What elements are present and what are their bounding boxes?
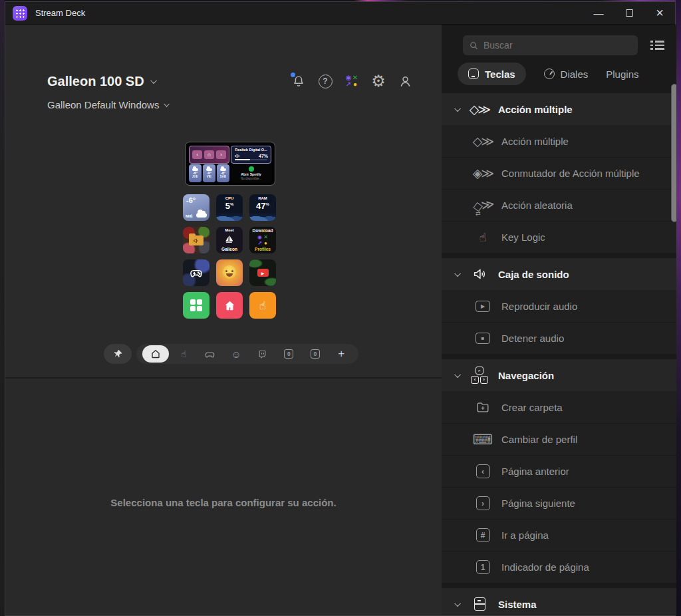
scrollbar-thumb[interactable] bbox=[671, 84, 676, 222]
chevron-down-icon bbox=[454, 371, 461, 378]
page-tab-games[interactable] bbox=[199, 345, 221, 363]
titlebar: Stream Deck — × bbox=[5, 2, 675, 25]
preview-nav-panel[interactable]: ‹ ⌂ › bbox=[189, 146, 229, 164]
page-tab-home[interactable] bbox=[142, 345, 169, 363]
emoji-face-icon bbox=[223, 265, 236, 279]
preview-spotify-panel[interactable]: Abrir Spotify No disponible... bbox=[231, 164, 271, 182]
page-tab-twitch[interactable] bbox=[251, 345, 274, 363]
key-home[interactable] bbox=[216, 292, 243, 319]
action-key-logic[interactable]: Key Logic bbox=[442, 221, 676, 253]
page-indicator-icon: 1 bbox=[473, 560, 493, 574]
action-indicador-pagina[interactable]: 1 Indicador de página bbox=[442, 551, 676, 583]
device-screen-preview[interactable]: ‹ ⌂ › Realtek Digital O... 47% -6°JUE -8… bbox=[185, 142, 275, 186]
chevron-down-icon bbox=[164, 101, 170, 106]
action-pagina-anterior[interactable]: ‹ Página anterior bbox=[442, 455, 676, 487]
key-games[interactable] bbox=[183, 259, 209, 286]
header-actions bbox=[290, 73, 414, 90]
preview-next-button[interactable]: › bbox=[216, 150, 226, 159]
action-detener-audio[interactable]: ■ Detener audio bbox=[442, 322, 676, 354]
youtube-play-icon: ▶ bbox=[257, 269, 269, 277]
marketplace-icon[interactable] bbox=[343, 73, 360, 90]
page-tab-0[interactable]: 0 bbox=[277, 345, 300, 363]
multi-action-switch-icon bbox=[473, 166, 493, 181]
preview-weather-panel[interactable]: -6°JUE -8°VIE -8°SÁB bbox=[189, 164, 229, 182]
section-header-sistema[interactable]: Sistema bbox=[442, 588, 676, 615]
search-box[interactable] bbox=[463, 35, 638, 55]
empty-state-message: Selecciona una tecla para configurar su … bbox=[5, 497, 442, 508]
section-header-navegacion[interactable]: Navegación bbox=[442, 359, 676, 391]
action-conmutador[interactable]: Conmutador de Acción múltiple bbox=[442, 157, 676, 189]
key-apps[interactable] bbox=[183, 292, 209, 319]
action-cambiar-perfil[interactable]: Cambiar de perfil bbox=[442, 423, 676, 455]
page-tab-0b[interactable]: 0 bbox=[304, 345, 327, 363]
game-controller-icon bbox=[189, 265, 204, 280]
volume-percent: 47% bbox=[259, 154, 268, 158]
maximize-button[interactable] bbox=[614, 2, 644, 25]
section-caja-de-sonido: Caja de sonido ▶ Reproducir audio ■ Dete… bbox=[442, 258, 676, 354]
pin-icon bbox=[113, 349, 123, 359]
actions-panel: Teclas Diales Plugins Acción múltiple bbox=[442, 25, 676, 615]
action-pagina-siguiente[interactable]: › Página siguiente bbox=[442, 487, 676, 519]
preview-volume-panel[interactable]: Realtek Digital O... 47% bbox=[231, 146, 271, 164]
notification-dot bbox=[291, 73, 295, 77]
switch-profile-icon bbox=[473, 432, 493, 448]
window-controls: — × bbox=[583, 2, 675, 25]
key-sound-folder[interactable] bbox=[183, 227, 209, 253]
section-header-accion-multiple[interactable]: Acción múltiple bbox=[442, 93, 676, 125]
weather-temp: -6° bbox=[186, 196, 196, 204]
stop-audio-icon: ■ bbox=[473, 333, 493, 344]
section-sistema: Sistema bbox=[442, 588, 676, 615]
tab-teclas[interactable]: Teclas bbox=[458, 63, 526, 85]
section-navegacion: Navegación Crear carpeta Cambiar de perf… bbox=[442, 359, 676, 583]
key-youtube[interactable]: ▶ bbox=[249, 259, 276, 286]
apps-grid-icon bbox=[190, 299, 203, 312]
page-bar: 0 0 + bbox=[136, 344, 358, 364]
ram-graph bbox=[249, 212, 276, 221]
key-download-profiles[interactable]: Download Profiles bbox=[249, 227, 276, 253]
key-weather[interactable]: -6° MIÉ bbox=[183, 194, 209, 221]
twitch-icon bbox=[257, 349, 267, 359]
page-tab-emoji[interactable] bbox=[225, 345, 247, 363]
action-crear-carpeta[interactable]: Crear carpeta bbox=[442, 391, 676, 423]
key-cpu[interactable]: CPU 5% bbox=[216, 194, 243, 221]
preview-prev-button[interactable]: ‹ bbox=[192, 150, 202, 159]
action-aleatoria[interactable]: Acción aleatoria bbox=[442, 189, 676, 221]
key-emoji[interactable] bbox=[216, 259, 243, 286]
multi-action-icon bbox=[470, 102, 489, 117]
key-meet-galleon[interactable]: Meet Galleon bbox=[216, 227, 243, 253]
page-tab-touch[interactable] bbox=[172, 345, 195, 363]
pin-button[interactable] bbox=[104, 344, 132, 364]
spotify-status: No disponible... bbox=[241, 177, 261, 180]
key-ram[interactable]: RAM 47% bbox=[249, 194, 276, 221]
weather-tile: -8°VIE bbox=[203, 164, 215, 182]
action-reproducir-audio[interactable]: ▶ Reproducir audio bbox=[442, 290, 676, 322]
cpu-graph bbox=[216, 212, 243, 221]
help-icon[interactable] bbox=[317, 73, 334, 90]
tab-diales[interactable]: Diales bbox=[544, 69, 589, 80]
stream-deck-window: Stream Deck — × Galleon 100 SD Galleon D… bbox=[5, 1, 676, 616]
page-zero-icon: 0 bbox=[284, 349, 293, 359]
action-ir-a-pagina[interactable]: # Ir a página bbox=[442, 519, 676, 551]
search-input[interactable] bbox=[483, 40, 632, 51]
minimize-button[interactable]: — bbox=[583, 2, 614, 25]
speaker-icon bbox=[234, 153, 240, 159]
device-selector[interactable]: Galleon 100 SD bbox=[47, 74, 157, 89]
device-name: Galleon 100 SD bbox=[47, 74, 144, 89]
list-view-icon[interactable] bbox=[650, 38, 665, 53]
profile-selector[interactable]: Galleon Default Windows bbox=[47, 99, 170, 110]
folder-speaker-icon bbox=[189, 235, 204, 245]
add-page-button[interactable]: + bbox=[330, 345, 352, 363]
section-header-caja-de-sonido[interactable]: Caja de sonido bbox=[442, 258, 676, 290]
preview-home-button[interactable]: ⌂ bbox=[204, 150, 214, 159]
chevron-down-icon bbox=[150, 77, 157, 84]
random-action-icon bbox=[473, 198, 493, 213]
notifications-bell-icon[interactable] bbox=[290, 73, 307, 90]
action-accion-multiple[interactable]: Acción múltiple bbox=[442, 125, 676, 157]
tab-plugins[interactable]: Plugins bbox=[606, 69, 638, 80]
dial-icon bbox=[544, 69, 555, 79]
close-button[interactable]: × bbox=[644, 2, 675, 25]
gear-icon[interactable] bbox=[370, 73, 387, 90]
profile-icon[interactable] bbox=[396, 73, 414, 90]
volume-bar-fill bbox=[235, 159, 250, 161]
key-touch[interactable] bbox=[249, 292, 276, 319]
